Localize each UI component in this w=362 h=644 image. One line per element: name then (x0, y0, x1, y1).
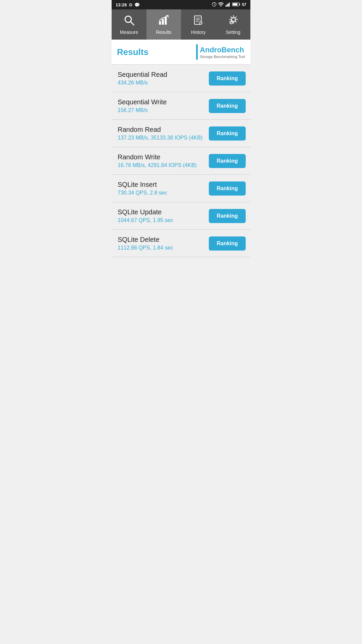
bench-name-4: SQLite Insert (118, 181, 167, 189)
svg-rect-13 (159, 21, 161, 24)
svg-line-2 (214, 4, 215, 5)
tab-measure[interactable]: Measure (112, 9, 146, 40)
battery-level: 57 (242, 2, 246, 7)
bench-row-5: SQLite Update 1044.67 QPS, 1.95 sec Rank… (112, 202, 250, 230)
bench-name-1: Sequential Write (118, 98, 167, 106)
tab-results[interactable]: Results (146, 9, 181, 40)
svg-point-3 (220, 6, 221, 7)
svg-rect-9 (239, 4, 240, 5)
svg-rect-7 (229, 2, 230, 6)
status-time: 13:28 (116, 2, 127, 7)
bench-info-2: Random Read 137.23 MB/s, 35133.38 IOPS (… (118, 126, 202, 141)
logo-text-wrap: AndroBench Storage Benchmarking Tool (200, 46, 245, 59)
bench-value-4: 730.34 QPS, 2.8 sec (118, 190, 167, 196)
bench-name-0: Sequential Read (118, 71, 167, 78)
status-icon-2: 💬 (134, 2, 140, 7)
bench-info-4: SQLite Insert 730.34 QPS, 2.8 sec (118, 181, 167, 196)
bench-row-2: Random Read 137.23 MB/s, 35133.38 IOPS (… (112, 120, 250, 147)
signal-icon (225, 2, 231, 8)
tab-history[interactable]: History (181, 9, 216, 40)
measure-icon (123, 14, 135, 28)
bench-row-1: Sequential Write 156.27 MB/s Ranking (112, 92, 250, 120)
svg-rect-5 (227, 4, 228, 7)
svg-rect-10 (233, 3, 237, 5)
bench-row-6: SQLite Delete 1112.86 QPS, 1.84 sec Rank… (112, 230, 250, 257)
battery-icon (232, 2, 240, 8)
tab-results-label: Results (156, 30, 172, 35)
results-header: Results AndroBench Storage Benchmarking … (112, 40, 250, 65)
logo-name-bench: Bench (222, 46, 244, 54)
nav-tabs: Measure Results History (112, 9, 250, 40)
bench-name-2: Random Read (118, 126, 202, 133)
wifi-icon (218, 2, 224, 8)
bench-info-1: Sequential Write 156.27 MB/s (118, 98, 167, 113)
logo-subtitle: Storage Benchmarking Tool (200, 55, 245, 59)
status-bar: 13:28 ⊙ 💬 57 (112, 0, 250, 9)
svg-rect-4 (225, 5, 226, 6)
bench-value-0: 434.26 MB/s (118, 80, 167, 86)
status-icon-1: ⊙ (129, 2, 132, 7)
ranking-button-1[interactable]: Ranking (209, 99, 246, 113)
bench-info-5: SQLite Update 1044.67 QPS, 1.95 sec (118, 208, 173, 223)
ranking-button-2[interactable]: Ranking (209, 126, 246, 141)
tab-history-label: History (191, 30, 206, 35)
svg-line-12 (131, 22, 134, 25)
androbench-logo: AndroBench Storage Benchmarking Tool (196, 44, 245, 60)
tab-measure-label: Measure (120, 30, 138, 35)
results-title: Results (117, 47, 148, 57)
svg-rect-15 (165, 16, 167, 24)
ranking-button-5[interactable]: Ranking (209, 209, 246, 223)
ranking-button-3[interactable]: Ranking (209, 154, 246, 168)
setting-icon (227, 14, 239, 28)
bench-value-3: 16.76 MB/s, 4291.84 IOPS (4KB) (118, 162, 197, 168)
benchmark-list: Sequential Read 434.26 MB/s Ranking Sequ… (112, 65, 250, 257)
svg-rect-6 (228, 3, 229, 6)
bench-name-6: SQLite Delete (118, 236, 173, 244)
bench-row-0: Sequential Read 434.26 MB/s Ranking (112, 65, 250, 92)
bench-row-3: Random Write 16.76 MB/s, 4291.84 IOPS (4… (112, 147, 250, 175)
history-icon (193, 14, 204, 28)
tab-setting-label: Setting (226, 30, 240, 35)
ranking-button-0[interactable]: Ranking (209, 71, 246, 86)
logo-name-andro: Andro (200, 46, 222, 54)
tab-setting[interactable]: Setting (216, 9, 251, 40)
logo-bar (196, 44, 198, 60)
bench-info-6: SQLite Delete 1112.86 QPS, 1.84 sec (118, 236, 173, 251)
ranking-button-4[interactable]: Ranking (209, 181, 246, 196)
bench-name-3: Random Write (118, 153, 197, 161)
logo-name: AndroBench (200, 46, 244, 54)
results-icon (158, 14, 169, 28)
bench-name-5: SQLite Update (118, 208, 173, 216)
svg-rect-14 (162, 19, 164, 24)
bench-info-0: Sequential Read 434.26 MB/s (118, 71, 167, 86)
bench-value-1: 156.27 MB/s (118, 107, 167, 113)
bench-info-3: Random Write 16.76 MB/s, 4291.84 IOPS (4… (118, 153, 197, 168)
bench-value-5: 1044.67 QPS, 1.95 sec (118, 217, 173, 223)
bench-value-6: 1112.86 QPS, 1.84 sec (118, 245, 173, 251)
status-right: 57 (212, 2, 246, 8)
svg-point-11 (125, 16, 131, 22)
clock-icon (212, 2, 217, 8)
ranking-button-6[interactable]: Ranking (209, 236, 246, 251)
bench-value-2: 137.23 MB/s, 35133.38 IOPS (4KB) (118, 135, 202, 141)
status-left: 13:28 ⊙ 💬 (116, 2, 140, 7)
bench-row-4: SQLite Insert 730.34 QPS, 2.8 sec Rankin… (112, 175, 250, 202)
